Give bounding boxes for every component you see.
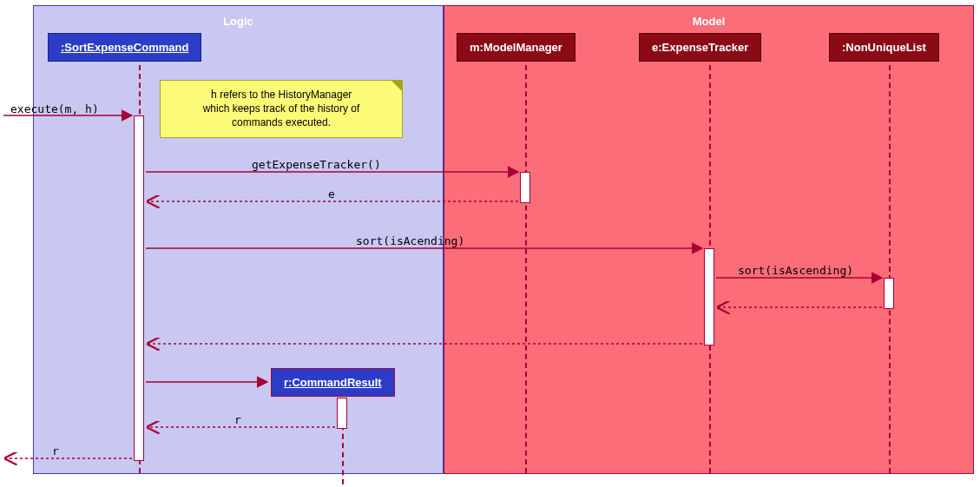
lifeline-non-unique-list [889,65,891,473]
msg-sort1: sort(isAcending) [356,234,464,247]
sequence-diagram: Logic Model :SortExpenseCommand m:ModelM… [0,0,980,487]
activation-expense-tracker [704,248,714,346]
activation-command-result [337,398,347,429]
note-history-manager: h refers to the HistoryManager which kee… [160,80,403,138]
participant-non-unique-list: :NonUniqueList [829,33,939,62]
activation-model-mgr [520,172,530,203]
note-code: h [211,89,217,101]
lifeline-model-mgr [525,65,527,473]
msg-get-expense-tracker: getExpenseTracker() [252,158,381,171]
msg-execute: execute(m, h) [10,102,99,115]
participant-command-result: r:CommandResult [271,368,395,397]
msg-return-r2: r [52,444,59,457]
msg-return-e: e [328,188,335,201]
msg-sort2: sort(isAscending) [738,264,853,277]
note-text1: refers to the HistoryManager [217,89,352,101]
participant-expense-tracker: e:ExpenseTracker [639,33,761,62]
participant-model-manager: m:ModelManager [457,33,576,62]
activation-sort-cmd [134,115,144,461]
msg-return-r1: r [234,413,241,426]
note-text2: which keeps track of the history of [203,102,360,115]
note-text3: commands executed. [232,116,331,128]
activation-non-unique-list [884,278,894,309]
participant-sort-expense-command: :SortExpenseCommand [48,33,201,62]
box-logic-title: Logic [34,15,443,28]
box-model-title: Model [444,15,973,28]
